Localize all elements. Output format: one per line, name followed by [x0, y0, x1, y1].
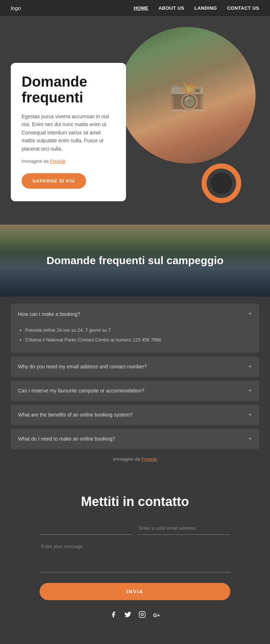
hero-description: Egestas purus viverra accumsan in nisl n…	[22, 112, 115, 153]
nav-about[interactable]: ABOUT US	[158, 5, 184, 11]
faq-question-text-5: What do I need to make an online booking…	[18, 436, 115, 442]
faq-expand-icon-5: +	[248, 435, 252, 443]
social-twitter[interactable]	[124, 611, 131, 620]
hero-title: Domande frequenti	[22, 74, 115, 105]
freepik-link[interactable]: Freepik	[50, 158, 66, 164]
contact-submit-button[interactable]: INVIA	[40, 583, 230, 600]
faq-freepik-link[interactable]: Freepik	[141, 456, 157, 462]
faq-section: How can I make a booking? + Prenota onli…	[0, 296, 270, 476]
nav-landing[interactable]: LANDING	[194, 5, 217, 11]
social-links: G+	[40, 611, 230, 620]
hero-card: Domande frequenti Egestas purus viverra …	[11, 63, 126, 201]
faq-answer-bullet-1-2: Chiama il National Parks Contact Centre …	[25, 336, 252, 344]
nav-home[interactable]: HOME	[134, 5, 148, 11]
faq-question-text-3: Can I reserve my favourite campsite or a…	[18, 388, 144, 394]
faq-item-4: What are the benefits of an online booki…	[11, 405, 259, 425]
learn-more-button[interactable]: SAPERNE DI PIÙ	[22, 173, 86, 189]
faq-question-text-4: What are the benefits of an online booki…	[18, 412, 132, 418]
faq-item-5: What do I need to make an online booking…	[11, 429, 259, 449]
faq-item-3: Can I reserve my favourite campsite or a…	[11, 381, 259, 401]
faq-expand-icon-2: +	[248, 363, 252, 371]
navbar: logo HOME ABOUT US LANDING CONTACT US	[0, 0, 270, 16]
contact-message-textarea[interactable]	[40, 540, 230, 572]
logo: logo	[11, 5, 21, 11]
social-instagram[interactable]	[139, 611, 146, 620]
nav-links: HOME ABOUT US LANDING CONTACT US	[134, 5, 259, 11]
social-facebook[interactable]	[110, 611, 117, 620]
contact-name-email-row	[40, 522, 230, 535]
faq-expand-icon-3: +	[248, 387, 252, 395]
nav-contact[interactable]: CONTACT US	[227, 5, 259, 11]
hero-section: Domande frequenti Egestas purus viverra …	[0, 16, 270, 225]
contact-email-input[interactable]	[138, 522, 231, 535]
faq-question-2[interactable]: Why do you need my email address and con…	[11, 356, 259, 377]
faq-img-credit: Immagine da Freepik	[11, 456, 259, 465]
hero-image	[119, 27, 256, 164]
faq-answer-1: Prenota online 24 ore su 24, 7 giorni su…	[11, 324, 259, 353]
faq-question-text-2: Why do you need my email address and con…	[18, 364, 147, 369]
faq-expand-icon-4: +	[248, 411, 252, 419]
contact-section: Mettiti in contatto INVIA G+	[0, 476, 270, 644]
contact-name-input[interactable]	[40, 522, 132, 535]
faq-question-text-1: How can I make a booking?	[18, 311, 80, 317]
faq-item-2: Why do you need my email address and con…	[11, 356, 259, 377]
faq-question-1[interactable]: How can I make a booking? +	[11, 304, 259, 324]
svg-rect-0	[139, 611, 145, 617]
faq-banner-title: Domande frequenti sul campeggio	[36, 254, 234, 267]
faq-question-5[interactable]: What do I need to make an online booking…	[11, 429, 259, 449]
faq-answer-bullet-1-1: Prenota online 24 ore su 24, 7 giorni su…	[25, 326, 252, 334]
faq-banner: Domande frequenti sul campeggio	[0, 225, 270, 296]
faq-item-1: How can I make a booking? + Prenota onli…	[11, 304, 259, 353]
faq-expand-icon-1: +	[248, 310, 252, 318]
social-googleplus[interactable]: G+	[153, 611, 160, 620]
orange-ring-decoration	[202, 164, 241, 203]
faq-question-4[interactable]: What are the benefits of an online booki…	[11, 405, 259, 425]
contact-title: Mettiti in contatto	[40, 494, 230, 509]
hero-img-credit: Immagine da Freepik	[22, 158, 115, 165]
faq-question-3[interactable]: Can I reserve my favourite campsite or a…	[11, 381, 259, 401]
